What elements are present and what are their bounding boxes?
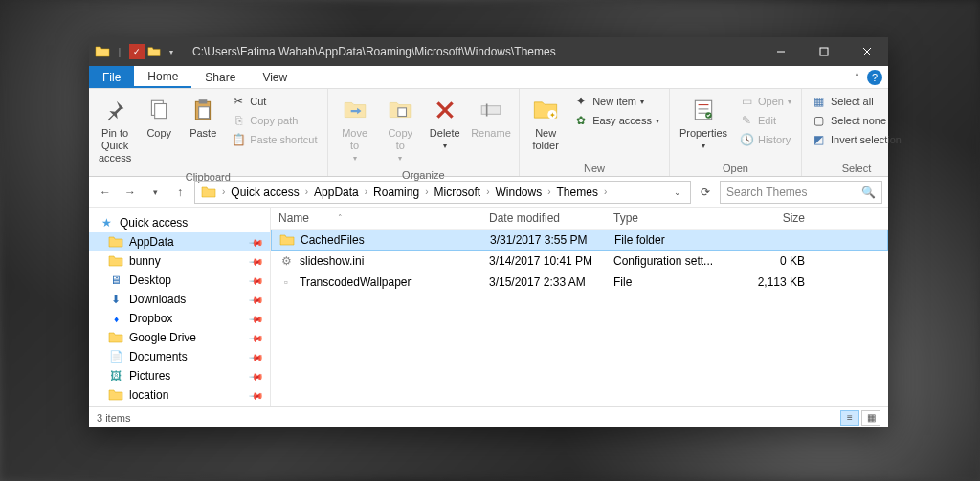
sidebar-item-downloads[interactable]: ⬇Downloads📌: [89, 290, 270, 309]
icons-view-button[interactable]: ▦: [861, 410, 880, 426]
select-all-button[interactable]: ▦Select all: [808, 93, 905, 110]
rename-button[interactable]: Rename: [469, 93, 513, 142]
sidebar-item-desktop[interactable]: 🖥Desktop📌: [89, 271, 270, 290]
file-row[interactable]: ⚙slideshow.ini 3/14/2017 10:41 PM Config…: [271, 251, 888, 272]
select-none-button[interactable]: ▢Select none: [808, 112, 905, 129]
easy-access-button[interactable]: ✿Easy access ▾: [569, 112, 663, 129]
new-folder-button[interactable]: ✦ New folder: [525, 93, 566, 154]
cut-icon: ✂: [231, 94, 246, 109]
refresh-button[interactable]: ⟳: [695, 182, 716, 203]
details-view-button[interactable]: ≡: [840, 410, 859, 426]
sidebar-item-pictures[interactable]: 🖼Pictures📌: [89, 366, 270, 385]
file-row[interactable]: ▫TranscodedWallpaper 3/15/2017 2:33 AM F…: [271, 272, 888, 293]
invert-selection-icon: ◩: [812, 132, 827, 147]
collapse-ribbon-icon[interactable]: ˄: [855, 72, 859, 82]
select-group-label: Select: [802, 163, 911, 176]
copy-button[interactable]: Copy: [139, 93, 179, 142]
pin-icon: 📌: [249, 234, 264, 250]
search-input[interactable]: Search Themes 🔍: [720, 181, 882, 204]
minimize-button[interactable]: [759, 37, 802, 66]
sidebar-item-location[interactable]: location📌: [89, 385, 270, 404]
tab-file[interactable]: File: [89, 66, 134, 88]
breadcrumb-box[interactable]: › Quick access› AppData› Roaming› Micros…: [194, 181, 691, 204]
paste-button[interactable]: Paste: [183, 93, 223, 142]
content-area: ★ Quick access AppData📌 bunny📌 🖥Desktop📌…: [89, 208, 888, 406]
window-title: C:\Users\Fatima Wahab\AppData\Roaming\Mi…: [185, 45, 759, 58]
open-button[interactable]: ▭Open ▾: [735, 93, 795, 110]
sidebar-item-dropbox[interactable]: ⬧Dropbox📌: [89, 309, 270, 328]
history-icon: 🕓: [739, 132, 754, 147]
address-dropdown[interactable]: ⌄: [667, 182, 688, 203]
close-button[interactable]: [845, 37, 888, 66]
col-date[interactable]: Date modified: [489, 211, 613, 225]
qat-checkbox-icon[interactable]: ✓: [129, 44, 145, 59]
edit-button[interactable]: ✎Edit: [735, 112, 795, 129]
folder-icon: [108, 253, 123, 269]
file-icon: ▫: [278, 274, 294, 290]
move-to-button[interactable]: Move to▾: [334, 93, 376, 165]
invert-selection-button[interactable]: ◩Invert selection: [808, 131, 905, 148]
cut-button[interactable]: ✂Cut: [227, 93, 321, 110]
paste-shortcut-icon: 📋: [231, 132, 246, 147]
pin-to-quick-access-button[interactable]: Pin to Quick access: [95, 93, 135, 167]
crumb-4[interactable]: Windows: [492, 186, 546, 199]
tab-home[interactable]: Home: [134, 66, 191, 88]
back-button[interactable]: ←: [95, 182, 116, 203]
crumb-5[interactable]: Themes: [553, 186, 602, 199]
svg-rect-7: [199, 99, 208, 103]
folder-icon: [279, 232, 295, 248]
qat-dropdown-icon[interactable]: ▾: [164, 44, 179, 59]
pictures-icon: 🖼: [108, 368, 123, 383]
chevron-right-icon[interactable]: ›: [546, 186, 552, 197]
chevron-right-icon[interactable]: ›: [602, 186, 609, 197]
chevron-right-icon[interactable]: ›: [303, 186, 310, 197]
crumb-2[interactable]: Roaming: [369, 186, 423, 199]
col-name[interactable]: Name˄: [278, 211, 489, 225]
sidebar-item-documents[interactable]: 📄Documents📌: [89, 347, 270, 366]
col-size[interactable]: Size: [728, 211, 805, 225]
new-folder-icon: ✦: [530, 95, 561, 125]
sidebar-quick-access[interactable]: ★ Quick access: [89, 213, 270, 232]
maximize-button[interactable]: [802, 37, 845, 66]
item-count: 3 items: [97, 412, 130, 424]
history-button[interactable]: 🕓History: [735, 131, 795, 148]
folder-icon: [108, 387, 123, 403]
file-explorer-window: | ✓ ▾ C:\Users\Fatima Wahab\AppData\Roam…: [89, 37, 888, 427]
forward-button[interactable]: →: [120, 182, 141, 203]
new-item-button[interactable]: ✦New item ▾: [569, 93, 663, 110]
copy-to-icon: [385, 95, 415, 125]
crumb-0[interactable]: Quick access: [227, 186, 302, 199]
dropbox-icon: ⬧: [108, 311, 123, 326]
sidebar-item-appdata[interactable]: AppData📌: [89, 232, 270, 251]
recent-dropdown[interactable]: ▾: [145, 182, 166, 203]
col-type[interactable]: Type: [613, 211, 728, 225]
ribbon-group-new: ✦ New folder ✦New item ▾ ✿Easy access ▾ …: [520, 89, 670, 176]
up-button[interactable]: ↑: [169, 182, 190, 203]
copy-path-button[interactable]: ⎘Copy path: [227, 112, 321, 129]
crumb-1[interactable]: AppData: [310, 186, 363, 199]
qat-divider: |: [112, 44, 127, 59]
tab-share[interactable]: Share: [191, 66, 249, 88]
chevron-right-icon[interactable]: ›: [484, 186, 491, 197]
chevron-right-icon[interactable]: ›: [363, 186, 369, 197]
paste-shortcut-button[interactable]: 📋Paste shortcut: [227, 131, 321, 148]
folder-icon: [108, 330, 123, 345]
chevron-right-icon[interactable]: ›: [220, 186, 227, 197]
svg-text:✦: ✦: [549, 111, 556, 120]
chevron-right-icon[interactable]: ›: [423, 186, 430, 197]
crumb-3[interactable]: Microsoft: [430, 186, 484, 199]
copy-to-button[interactable]: Copy to▾: [380, 93, 421, 165]
help-icon[interactable]: ?: [867, 70, 882, 85]
tab-view[interactable]: View: [249, 66, 301, 88]
paste-icon: [188, 95, 218, 125]
delete-button[interactable]: Delete▾: [425, 93, 465, 153]
downloads-icon: ⬇: [108, 292, 123, 307]
sidebar-item-google-drive[interactable]: Google Drive📌: [89, 328, 270, 347]
documents-icon: 📄: [108, 349, 123, 364]
properties-button[interactable]: Properties▾: [676, 93, 731, 153]
ribbon-tabs: File Home Share View ˄ ?: [89, 66, 888, 89]
file-row[interactable]: CachedFiles 3/31/2017 3:55 PM File folde…: [271, 230, 888, 251]
sidebar-item-bunny[interactable]: bunny📌: [89, 251, 270, 271]
ini-file-icon: ⚙: [278, 253, 294, 269]
qat-folder-icon[interactable]: [146, 44, 162, 59]
